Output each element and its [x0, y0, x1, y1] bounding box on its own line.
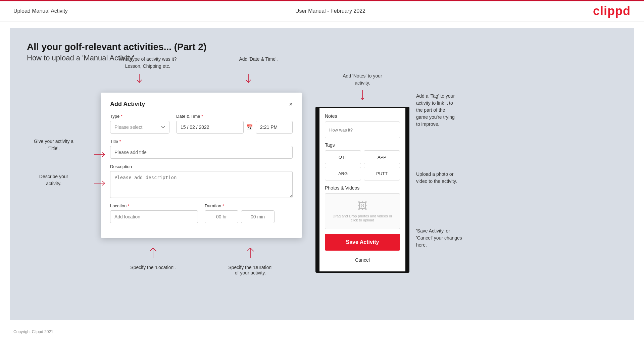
- phone-inner: Notes Tags OTT APP ARG PUTT Photos & Vid…: [319, 108, 405, 271]
- svg-line-9: [250, 248, 254, 251]
- tags-annotation: Add a 'Tag' to youractivity to link it t…: [416, 93, 490, 128]
- right-annotations: Add a 'Tag' to youractivity to link it t…: [416, 72, 490, 275]
- calendar-icon[interactable]: 📅: [246, 124, 253, 131]
- photos-label: Photos & Videos: [325, 185, 400, 191]
- location-annotation: Specify the 'Location'.: [130, 248, 176, 275]
- description-group: Description: [110, 164, 293, 198]
- upload-icon: 🖼: [332, 200, 393, 211]
- tag-ott[interactable]: OTT: [325, 150, 361, 164]
- location-duration-row: Location * Duration *: [110, 203, 293, 223]
- modal-header: Add Activity ×: [110, 101, 293, 108]
- save-annotation: 'Save Activity' or'Cancel' your changesh…: [416, 227, 490, 249]
- svg-line-5: [150, 248, 153, 251]
- modal-title: Add Activity: [110, 101, 145, 108]
- type-annotation: What type of activity was it?Lesson, Chi…: [114, 56, 181, 70]
- upload-text: Drag and Drop photos and videos or click…: [332, 214, 393, 222]
- svg-line-8: [247, 248, 250, 251]
- datetime-label: Date & Time *: [176, 114, 293, 119]
- notes-label: Notes: [325, 113, 400, 119]
- right-area: Add 'Notes' to youractivity. Notes: [315, 72, 617, 275]
- main-content: All your golf-relevant activities... (Pa…: [10, 28, 634, 320]
- title-input[interactable]: [110, 146, 293, 159]
- datetime-wrapper: 📅: [176, 121, 293, 134]
- cancel-button[interactable]: Cancel: [325, 254, 400, 266]
- modal-area: What type of activity was it?Lesson, Chi…: [101, 72, 302, 275]
- notes-annotation: Add 'Notes' to youractivity.: [315, 72, 409, 87]
- svg-line-6: [153, 248, 156, 251]
- date-input[interactable]: [176, 121, 244, 134]
- top-annotations: What type of activity was it?Lesson, Chi…: [101, 56, 302, 70]
- title-group: Title *: [110, 139, 293, 159]
- description-textarea[interactable]: [110, 171, 293, 198]
- close-button[interactable]: ×: [289, 101, 293, 107]
- description-annotation: Describe youractivity.: [27, 173, 81, 187]
- notes-arrow: [361, 90, 364, 100]
- phone-container: Add 'Notes' to youractivity. Notes: [315, 72, 409, 275]
- location-arrow-svg: [146, 248, 160, 265]
- header-center: User Manual - February 2022: [295, 8, 365, 14]
- phone-mockup: Notes Tags OTT APP ARG PUTT Photos & Vid…: [315, 107, 409, 273]
- datetime-annotation: Add 'Date & Time'.: [225, 56, 292, 70]
- location-group: Location *: [110, 203, 198, 223]
- type-group: Type * Please select: [110, 114, 169, 134]
- tag-arg[interactable]: ARG: [325, 167, 361, 180]
- tag-app[interactable]: APP: [364, 150, 400, 164]
- duration-hr-input[interactable]: [205, 210, 238, 223]
- datetime-group: Date & Time * 📅: [176, 114, 293, 134]
- title-label: Title *: [110, 139, 293, 144]
- logo: clippd: [593, 4, 631, 18]
- duration-min-input[interactable]: [241, 210, 275, 223]
- notes-input[interactable]: [325, 121, 400, 138]
- duration-label: Duration *: [205, 203, 293, 208]
- type-datetime-row: Type * Please select Date & Time * 📅: [110, 114, 293, 134]
- add-activity-modal: Add Activity × Type * Please select: [101, 93, 302, 238]
- main-title: All your golf-relevant activities... (Pa…: [27, 42, 617, 52]
- tags-label: Tags: [325, 142, 400, 148]
- tags-grid: OTT APP ARG PUTT: [325, 150, 400, 180]
- location-input[interactable]: [110, 210, 198, 223]
- location-label: Location *: [110, 203, 198, 208]
- footer: Copyright Clippd 2021: [0, 327, 644, 337]
- title-annotation: Give your activity a'Title'.: [27, 138, 81, 152]
- type-select[interactable]: Please select: [110, 121, 169, 134]
- upload-annotation: Upload a photo orvideo to the activity.: [416, 171, 490, 185]
- type-label: Type *: [110, 114, 169, 119]
- left-annotations: Give your activity a'Title'. Describe yo…: [27, 72, 87, 275]
- copyright: Copyright Clippd 2021: [13, 329, 53, 334]
- duration-wrapper: [205, 210, 293, 223]
- duration-arrow-svg: [244, 248, 257, 265]
- header-left: Upload Manual Activity: [13, 8, 68, 14]
- duration-group: Duration *: [205, 203, 293, 223]
- tag-putt[interactable]: PUTT: [364, 167, 400, 180]
- time-input[interactable]: [256, 121, 293, 134]
- upload-area[interactable]: 🖼 Drag and Drop photos and videos or cli…: [325, 193, 400, 229]
- header: Upload Manual Activity User Manual - Feb…: [0, 0, 644, 21]
- duration-annotation: Specify the 'Duration'of your activity.: [228, 248, 272, 275]
- bottom-annotations: Specify the 'Location'. Specify the 'Dur…: [101, 248, 302, 275]
- description-label: Description: [110, 164, 293, 169]
- save-activity-button[interactable]: Save Activity: [325, 234, 400, 251]
